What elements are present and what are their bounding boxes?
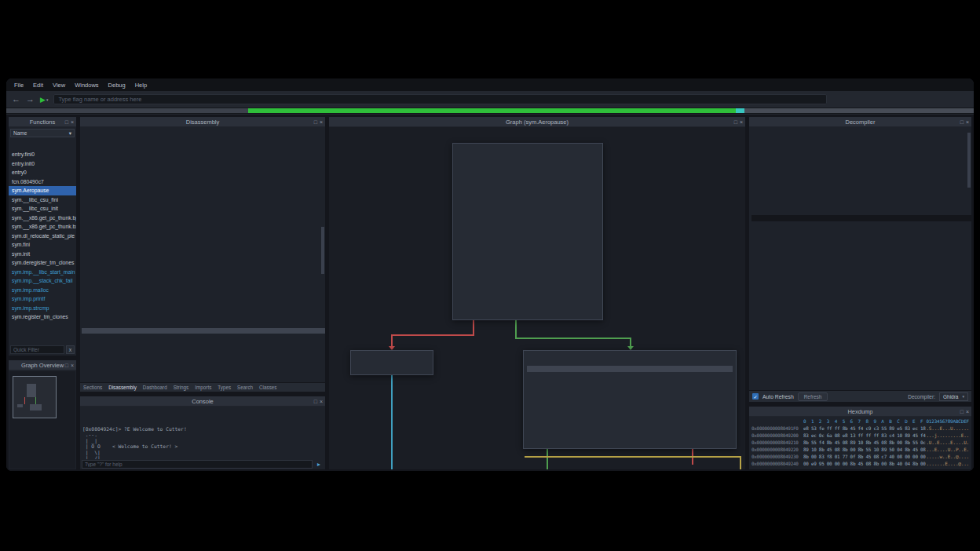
decompiler-line[interactable]: Bright->ambassador = AMBASSADOR_REASON;	[751, 234, 971, 240]
close-icon[interactable]: ×	[966, 409, 969, 414]
graph-node-line[interactable]: mov eax, dword [eax]	[456, 278, 599, 284]
disassembly-line[interactable]: 0x08049200 sub esp, 0x18	[82, 177, 325, 184]
disassembly-line[interactable]: 0x0804920d add esp, 0x10	[82, 201, 325, 207]
function-list-item[interactable]: sym.__x86.get_pc_thunk.bp	[9, 213, 76, 223]
decompiler-line[interactable]: }	[751, 315, 971, 321]
graph-canvas[interactable]: (fcn) sym.Aeropause 364 sym.Aeropause (B…	[329, 127, 745, 469]
menu-item[interactable]: File	[9, 80, 28, 90]
graph-node-line[interactable]: jmp 0x80492d7	[354, 366, 430, 372]
close-icon[interactable]: ×	[740, 119, 743, 125]
hexdump-row[interactable]: 0x0000000008049230 8b 00 83 f8 01 77 0f …	[749, 453, 971, 460]
graph-node-line[interactable]: sub esp, 0xc	[456, 196, 599, 203]
hexdump-bytes[interactable]: 00 e9 95 00 00 00 8b 45 08 8b 00 8b 40 0…	[803, 460, 926, 467]
function-list-item[interactable]: sym.__libc_csu_fini	[9, 195, 76, 205]
decompiler-line[interactable]: // WARNING: [r2ghidra] Failed to match t…	[751, 129, 971, 135]
close-icon[interactable]: ×	[71, 363, 74, 368]
graph-node-line[interactable]: add esp, 0x10	[527, 429, 733, 435]
graph-node-line[interactable]: mov eax, dword [Bright]	[456, 272, 599, 278]
disassembly-line[interactable]: 0x0804921e mov eax, dword [eax]	[82, 237, 325, 243]
menu-item[interactable]: Help	[130, 80, 152, 90]
disassembly-line[interactable]: │ 0x0804924a mov eax, dword [eax]	[82, 322, 325, 328]
graph-node-line[interactable]: push 8 ; 8 ; size_t size	[456, 203, 599, 209]
graph-node-true-branch[interactable]: mov eax, dword [Bright] mov eax, dword […	[523, 350, 737, 449]
graph-node-line[interactable]: mov edx, dword [var_ch]	[456, 228, 599, 234]
decompiler-line[interactable]: }	[751, 302, 971, 308]
decompiler-line[interactable]: if (iVar2 == 0) {	[751, 253, 971, 259]
tab[interactable]: Sections	[83, 385, 102, 390]
decompiler-line[interactable]: // switch table (5 cases) at 0x804a044	[751, 327, 971, 334]
graph-node-line[interactable]: ; arg Bright *Bright @ ebp+0x8	[456, 159, 599, 165]
back-button[interactable]: ←	[12, 95, 20, 104]
function-list-item[interactable]: entry0	[9, 168, 76, 177]
function-list-item[interactable]: sym.register_tm_clones	[9, 312, 76, 322]
graph-node-line[interactable]: (fcn) sym.Aeropause 364	[456, 146, 599, 152]
hexdump-bytes[interactable]: 8b 55 f4 8b 45 08 89 10 8b 45 08 8b 00 8…	[803, 439, 926, 446]
close-icon[interactable]: ×	[966, 119, 969, 125]
disassembly-line[interactable]: 0x080491fd push ebp	[82, 165, 325, 171]
graph-node-line[interactable]: jne 0x804927f	[527, 441, 733, 447]
debug-start-button[interactable]: ▶▾	[40, 96, 48, 104]
graph-node-line[interactable]: mov eax, dword [Bright]	[527, 353, 733, 359]
hexdump-ascii[interactable]: .S...E...U......	[926, 425, 969, 432]
decompiler-line[interactable]: switch(Bright->ambassador) {	[751, 333, 971, 339]
decompiler-line[interactable]	[751, 166, 971, 172]
decompiler-scrollbar[interactable]	[967, 133, 971, 188]
disassembly-line[interactable]: (fcn) sym.Aeropause 364	[82, 135, 325, 141]
decompiler-line[interactable]: iVar2 = sym.imp.strcmp((Bright->window).…	[751, 271, 971, 277]
decompiler-line[interactable]: case AMBASSADOR_REVOLUTION:	[751, 377, 971, 383]
decompiler-line[interactable]: sym.imp.printf("revolution");	[751, 383, 971, 389]
close-icon[interactable]: ×	[71, 119, 74, 125]
undock-icon[interactable]: □	[960, 409, 964, 414]
disassembly-line[interactable]: 0x0804922a mov edx, dword [argv]	[82, 268, 325, 274]
decompiler-line[interactable]	[751, 135, 971, 141]
disassembly-line[interactable]: 0x08049216 mov eax, dword [Bright]	[82, 219, 325, 225]
tab[interactable]: Classes	[259, 385, 276, 390]
hexdump-ascii[interactable]: ...j.........E..	[926, 432, 969, 439]
graph-node-line[interactable]: mov eax, dword [Bright]	[456, 234, 599, 240]
hexdump-row[interactable]: 0x0000000008049220 89 10 8b 45 08 8b 00 …	[749, 446, 971, 453]
disassembly-line[interactable]: │ 0x08049264 push eax ; const char *s1	[82, 376, 325, 382]
disassembly-line[interactable]: 0x08049228 mov eax, dword [eax]	[82, 261, 325, 268]
graph-node-entry[interactable]: (fcn) sym.Aeropause 364 sym.Aeropause (B…	[452, 143, 603, 320]
graph-node-line[interactable]: mov eax, dword [Bright]	[354, 353, 430, 359]
decompiler-line[interactable]: iVar2 = sym.imp.strcmp((Bright->window).…	[751, 246, 971, 253]
disassembly-line[interactable]: │ 0x08049257 mov eax, dword [Bright]	[82, 352, 325, 358]
graph-node-line[interactable]: mov dword [var_ch], eax	[456, 221, 599, 228]
disassembly-line[interactable]: sym.Aeropause (Bright *Bright, int argc,…	[82, 140, 325, 147]
graph-node-line[interactable]: mov eax, dword [Bright]	[527, 391, 733, 397]
graph-node-line[interactable]: mov dword [eax], edx	[456, 265, 599, 272]
graph-node-line[interactable]: mov eax, dword [eax]	[527, 359, 733, 366]
decompiler-line[interactable]: (Bright->window).sunlight = Bright->morn…	[751, 215, 971, 221]
decompiler-line[interactable]: } else {	[751, 290, 971, 296]
hexdump-ascii[interactable]: .......E....@...	[926, 460, 969, 467]
function-list-item[interactable]: sym.deregister_tm_clones	[9, 258, 76, 268]
close-icon[interactable]: ×	[320, 119, 323, 125]
disassembly-line[interactable]: │ 0x08049254 mov dword [edx+8], eax	[82, 346, 325, 352]
menu-item[interactable]: Debug	[104, 80, 130, 90]
disassembly-line[interactable]: │ 0x08049251 mov edx, dword [Bright]	[82, 340, 325, 346]
undock-icon[interactable]: □	[65, 119, 68, 125]
disassembly-line[interactable]: │ 0x0804924c mov eax, dword [eax+4]	[82, 328, 325, 334]
decompiler-line[interactable]: Morning *pMVar1;	[751, 154, 971, 160]
disassembly-line[interactable]: 0x08049233 cmp eax, 1 ; 1	[82, 286, 325, 292]
disassembly-line[interactable]: │ 0x0804924f mov eax, dword [eax]	[82, 334, 325, 340]
hexdump-bytes[interactable]: 89 10 8b 45 08 8b 00 8b 55 10 89 50 04 8…	[803, 446, 926, 453]
disassembly-line[interactable]: │ 0x08049238 mov eax, dword [Bright]	[82, 297, 325, 304]
graph-node-line[interactable]: ; arg int argc @ ebp+0xc	[456, 165, 599, 171]
function-list-item[interactable]: sym.imp.malloc	[9, 286, 76, 295]
decompiler-line[interactable]: Bright->ambassador = AMBASSADOR_ECHOES;	[751, 283, 971, 290]
disassembly-line[interactable]: ┌─<0x08049236 ja 0x8049247	[82, 292, 325, 298]
tab[interactable]: Search	[237, 385, 253, 390]
graph-node-line[interactable]: mov eax, dword [Bright]	[456, 297, 599, 303]
function-list-item[interactable]: sym.init	[9, 250, 76, 259]
graph-node-line[interactable]: push eax ; const char *s1	[527, 416, 733, 422]
function-list-item[interactable]: entry.fini0	[9, 150, 76, 159]
function-sort-dropdown[interactable]: Name ▾	[10, 129, 75, 137]
function-list-item[interactable]: sym.__libc_csu_init	[9, 204, 76, 213]
disassembly-line[interactable]: │└─>0x08049247 mov eax, dword [Bright]	[82, 316, 325, 322]
decompiler-line[interactable]: pMVar1 = (Morning *)sym.imp.malloc(8);	[751, 172, 971, 178]
disassembly-line[interactable]: 0x08049220 mov edx, dword [argc]	[82, 243, 325, 250]
function-list-item[interactable]: sym.__x86.get_pc_thunk.bx	[9, 222, 76, 232]
disassembly-line[interactable]: 0x080491fe mov ebp, esp	[82, 171, 325, 177]
tab[interactable]: Types	[218, 385, 231, 390]
